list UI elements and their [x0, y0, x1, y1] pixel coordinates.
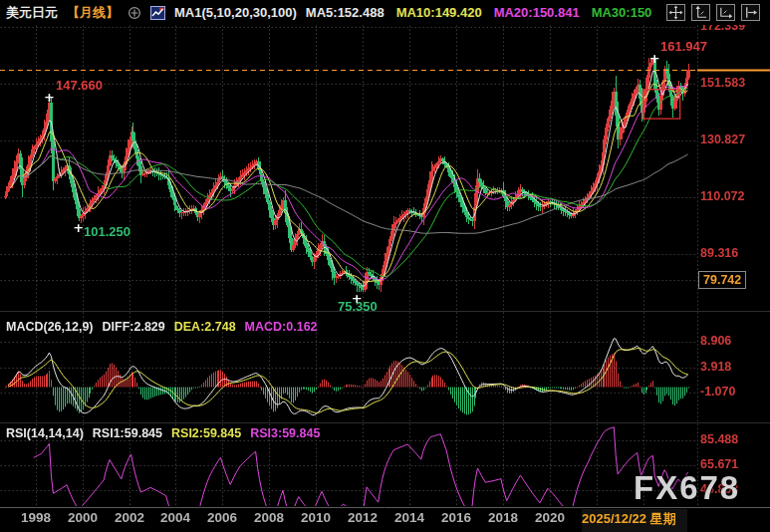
pan-move-icon[interactable]	[666, 4, 685, 21]
ma-legend-value: MA5:152.488	[306, 5, 385, 20]
chart-toolbar	[666, 4, 760, 21]
chart-window: 美元日元 【月线】 MA1(5,10,20,30,100) MA5:152.48…	[0, 0, 770, 532]
indicator-settings-icon[interactable]	[150, 6, 165, 20]
x-axis-scale-icon[interactable]	[716, 4, 735, 21]
chart-header: 美元日元 【月线】 MA1(5,10,20,30,100) MA5:152.48…	[0, 0, 770, 25]
symbol-title: 美元日元	[6, 4, 58, 22]
candlestick-chart-canvas[interactable]	[0, 0, 770, 532]
y-axis-scale-icon[interactable]	[691, 4, 710, 21]
ma-legend-value: MA20:150.841	[494, 5, 580, 20]
ma-settings-label: MA1(5,10,20,30,100)	[174, 5, 297, 20]
period-label: 【月线】	[67, 4, 119, 22]
ma-legend: MA5:152.488MA10:149.420MA20:150.841MA30:…	[306, 5, 651, 20]
ma-legend-value: MA10:149.420	[396, 5, 482, 20]
crosshair-add-icon[interactable]	[128, 6, 141, 20]
ma-legend-value: MA30:150	[592, 5, 652, 20]
collapse-right-icon[interactable]	[741, 4, 760, 21]
